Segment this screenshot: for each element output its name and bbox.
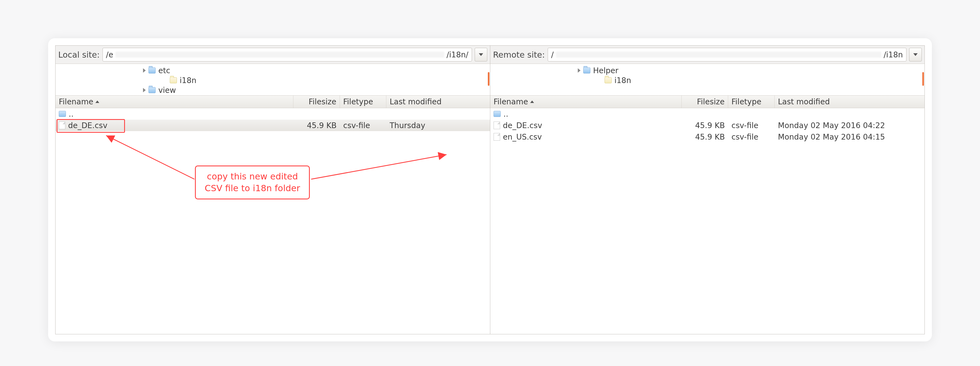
column-label: Filename	[493, 97, 528, 106]
file-type: csv-file	[340, 121, 387, 130]
tree-item-label: Helper	[593, 66, 619, 75]
caret-right-icon[interactable]	[578, 68, 581, 73]
chevron-down-icon	[913, 53, 918, 56]
file-icon	[493, 122, 500, 129]
chevron-down-icon	[479, 53, 483, 56]
tree-item-label: etc	[158, 66, 170, 75]
tree-item-label: view	[158, 86, 176, 95]
file-modified: Thursday	[387, 121, 490, 130]
column-filename[interactable]: Filename	[56, 96, 293, 108]
column-filesize[interactable]: Filesize	[682, 96, 728, 108]
remote-site-input[interactable]: / /i18n	[548, 48, 907, 62]
tree-item[interactable]: i18n	[56, 75, 490, 85]
file-size: 45.9 KB	[293, 121, 340, 130]
local-site-dropdown-button[interactable]	[475, 48, 487, 62]
folder-icon	[583, 68, 590, 73]
column-label: Filename	[59, 97, 93, 106]
scrollbar-thumb[interactable]	[488, 72, 490, 86]
file-name: en_US.csv	[503, 133, 542, 141]
remote-site-bar: Remote site: / /i18n	[490, 46, 924, 64]
local-column-headers: Filename Filesize Filetype Last modified	[56, 96, 490, 108]
remote-file-list[interactable]: .. de_DE.csv 45.9 KB csv-file Monday 02 …	[490, 108, 924, 334]
svg-line-1	[311, 155, 447, 179]
tree-item-label: i18n	[614, 76, 631, 85]
local-site-bar: Local site: /e /i18n/	[56, 46, 490, 64]
file-size: 45.9 KB	[682, 133, 728, 141]
folder-up-icon	[59, 111, 66, 117]
annotation-callout: copy this new edited CSV file to i18n fo…	[195, 166, 310, 200]
local-site-label: Local site:	[58, 50, 100, 60]
sort-asc-icon	[530, 100, 534, 103]
sort-asc-icon	[95, 100, 99, 103]
tree-item-label: i18n	[180, 76, 196, 85]
remote-pane: Remote site: / /i18n Helper	[490, 46, 924, 334]
local-path-prefix: /e	[106, 50, 113, 59]
folder-icon	[605, 77, 612, 83]
file-icon	[493, 133, 500, 141]
file-row[interactable]: de_DE.csv 45.9 KB csv-file Monday 02 May…	[490, 120, 924, 131]
file-name: ..	[68, 109, 73, 119]
local-file-list[interactable]: .. de_DE.csv 45.9 KB csv-file Thursday	[56, 108, 490, 334]
folder-icon	[170, 77, 177, 83]
file-row[interactable]: en_US.csv 45.9 KB csv-file Monday 02 May…	[490, 131, 924, 143]
local-path-blurred	[115, 52, 444, 58]
remote-path-prefix: /	[551, 50, 554, 59]
remote-tree[interactable]: Helper i18n	[490, 64, 924, 96]
file-row-up[interactable]: ..	[56, 108, 490, 120]
local-site-input[interactable]: /e /i18n/	[103, 48, 472, 62]
svg-line-0	[106, 135, 194, 179]
tree-item[interactable]: Helper	[490, 65, 924, 75]
file-type: csv-file	[728, 133, 775, 141]
scrollbar-thumb[interactable]	[922, 72, 924, 86]
column-filesize[interactable]: Filesize	[293, 96, 340, 108]
file-name: ..	[503, 109, 508, 119]
folder-icon	[148, 68, 156, 73]
tree-item[interactable]: i18n	[490, 75, 924, 85]
column-lastmod[interactable]: Last modified	[387, 96, 490, 108]
file-type: csv-file	[728, 121, 775, 130]
column-filetype[interactable]: Filetype	[728, 96, 775, 108]
remote-site-label: Remote site:	[493, 50, 545, 60]
folder-icon	[148, 87, 156, 93]
file-name: de_DE.csv	[503, 121, 542, 130]
file-modified: Monday 02 May 2016 04:22	[775, 121, 924, 130]
remote-path-blurred	[556, 52, 881, 58]
caret-right-icon[interactable]	[143, 88, 146, 92]
remote-site-dropdown-button[interactable]	[909, 48, 922, 62]
column-filename[interactable]: Filename	[490, 96, 682, 108]
column-filetype[interactable]: Filetype	[340, 96, 387, 108]
column-lastmod[interactable]: Last modified	[775, 96, 924, 108]
remote-path-suffix: /i18n	[883, 50, 903, 59]
file-modified: Monday 02 May 2016 04:15	[775, 133, 924, 141]
local-pane: Local site: /e /i18n/ etc	[56, 46, 490, 334]
file-row-up[interactable]: ..	[490, 108, 924, 120]
tree-item[interactable]: etc	[56, 65, 490, 75]
local-path-suffix: /i18n/	[447, 50, 468, 59]
caret-right-icon[interactable]	[143, 68, 146, 73]
annotation-highlight	[57, 119, 125, 133]
remote-column-headers: Filename Filesize Filetype Last modified	[490, 96, 924, 108]
local-tree[interactable]: etc i18n view	[56, 64, 490, 96]
file-size: 45.9 KB	[682, 121, 728, 130]
tree-item[interactable]: view	[56, 85, 490, 95]
folder-up-icon	[493, 111, 501, 117]
